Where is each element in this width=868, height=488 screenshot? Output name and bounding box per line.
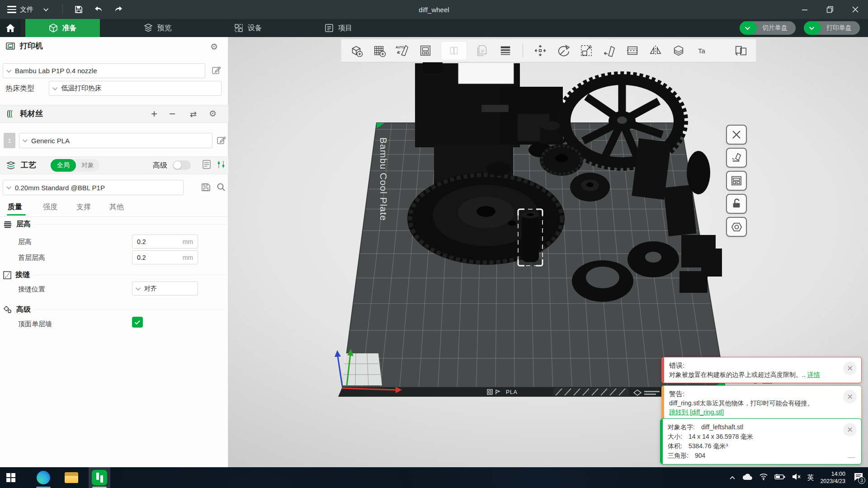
compare-presets-icon[interactable] <box>216 160 226 171</box>
variable-layer-height-button[interactable] <box>498 43 513 58</box>
tab-others[interactable]: 其他 <box>109 202 124 212</box>
print-options-dropdown[interactable] <box>804 21 821 35</box>
lock-plate-button[interactable] <box>726 194 747 214</box>
printer-settings-gear-icon[interactable]: ⚙ <box>210 42 218 52</box>
taskbar-edge[interactable] <box>33 467 54 488</box>
wifi-icon[interactable] <box>759 473 768 482</box>
process-layers-icon <box>5 160 16 170</box>
scope-toggle[interactable]: 全局 对象 <box>51 159 99 172</box>
slice-plate-button[interactable]: 切片单盘 <box>740 21 796 35</box>
seam-icon <box>3 271 12 280</box>
action-center-button[interactable]: 3 <box>854 472 863 483</box>
minimize-button[interactable] <box>792 0 817 19</box>
svg-text:P: P <box>481 49 484 54</box>
tab-support[interactable]: 支撑 <box>76 202 91 212</box>
move-tool-button[interactable] <box>533 43 548 58</box>
tab-prepare[interactable]: 准备 <box>25 19 100 37</box>
filament-settings-gear-icon[interactable]: ⚙ <box>209 108 217 119</box>
slice-options-dropdown[interactable] <box>740 21 757 35</box>
first-layer-height-input[interactable]: 0.2 mm <box>132 250 198 264</box>
close-icon[interactable]: ✕ <box>843 390 857 404</box>
add-object-button[interactable] <box>349 43 364 58</box>
top-one-wall-checkbox[interactable] <box>132 317 143 328</box>
start-button[interactable] <box>0 467 22 488</box>
object-triangles: 904 <box>695 452 705 459</box>
edit-icon <box>212 66 221 75</box>
delete-plate-button[interactable] <box>726 125 747 145</box>
filament-color-swatch[interactable]: 1 <box>4 133 15 148</box>
plate-settings-button[interactable] <box>726 217 747 237</box>
search-icon[interactable] <box>216 182 226 193</box>
text-tool-button[interactable]: Ta <box>694 43 709 58</box>
tab-project[interactable]: 项目 <box>301 19 376 37</box>
parameter-table-icon[interactable] <box>202 160 212 171</box>
minimize-notification-icon[interactable]: — <box>848 453 855 461</box>
bed-type-select[interactable]: 低温打印热床 <box>49 81 222 96</box>
error-details-link[interactable]: 详情 <box>807 371 820 378</box>
tab-device[interactable]: 设备 <box>211 19 285 37</box>
paste-button[interactable]: P <box>475 43 490 58</box>
volume-muted-icon[interactable] <box>792 473 801 482</box>
onedrive-cloud-icon[interactable] <box>742 473 753 482</box>
tab-preview[interactable]: 预览 <box>120 19 195 37</box>
print-plate-button[interactable]: 打印单盘 <box>804 21 860 35</box>
tray-expand-chevron[interactable] <box>729 474 736 482</box>
window-title: diff_wheel <box>0 6 868 14</box>
object-size: 14 x 14 x 36.5978 毫米 <box>689 433 753 440</box>
advanced-mode-label: 高级 <box>153 161 167 170</box>
add-plate-button[interactable] <box>372 43 387 58</box>
process-preset-select[interactable]: 0.20mm Standard @BBL P1P <box>3 180 184 195</box>
model-white-part[interactable] <box>458 63 514 84</box>
arrange-plate-button[interactable] <box>726 171 747 191</box>
warning-jump-link[interactable]: 跳转到 [diff_ring.stl] <box>669 408 724 416</box>
seam-position-select[interactable]: 对齐 <box>132 282 198 296</box>
bed-type-label: 热床类型 <box>5 84 34 94</box>
file-menu[interactable]: 文件 <box>7 4 33 15</box>
scope-objects[interactable]: 对象 <box>76 161 99 169</box>
tab-quality[interactable]: 质量 <box>8 202 22 212</box>
close-icon[interactable]: ✕ <box>843 423 857 436</box>
split-tools-group[interactable] <box>441 41 467 60</box>
taskbar-clock[interactable]: 14:00 2023/4/23 <box>820 470 845 485</box>
file-menu-expand[interactable] <box>40 3 53 16</box>
taskbar-bambu-studio[interactable] <box>89 467 110 488</box>
close-button[interactable] <box>843 0 868 19</box>
chevron-down-icon <box>52 85 57 90</box>
add-filament-button[interactable]: + <box>151 108 157 120</box>
object-volume: 5384.76 毫米³ <box>689 442 728 450</box>
undo-button[interactable] <box>92 3 105 16</box>
layer-height-input[interactable]: 0.2 mm <box>132 235 198 249</box>
ime-indicator[interactable]: 英 <box>807 474 814 482</box>
cut-tool-button[interactable] <box>625 43 640 58</box>
tab-strength[interactable]: 强度 <box>43 202 57 212</box>
home-button[interactable] <box>0 19 21 37</box>
maximize-button[interactable] <box>817 0 843 19</box>
viewport-3d[interactable]: AUTO P <box>228 37 868 467</box>
arrange-button[interactable] <box>418 43 433 58</box>
rotate-tool-button[interactable] <box>556 43 571 58</box>
transfer-objects-button[interactable] <box>733 43 749 58</box>
scale-tool-button[interactable] <box>579 43 594 58</box>
save-button[interactable] <box>72 3 85 16</box>
printer-select[interactable]: Bambu Lab P1P 0.4 nozzle <box>3 63 205 78</box>
mirror-tool-button[interactable] <box>648 43 663 58</box>
filament-edit-button[interactable] <box>217 136 226 146</box>
model-bevel-gear[interactable] <box>407 173 565 265</box>
group-advanced: 高级 <box>3 305 225 314</box>
close-icon[interactable]: ✕ <box>843 361 857 375</box>
error-message: 对象被放置在构建板的边界上或超过高度限制。.. <box>669 371 806 378</box>
filament-select[interactable]: Generic PLA <box>19 133 212 148</box>
save-preset-button[interactable] <box>201 182 211 194</box>
advanced-mode-switch[interactable] <box>173 160 191 170</box>
flatten-tool-button[interactable] <box>602 43 617 58</box>
adaptive-layer-button[interactable] <box>671 43 686 58</box>
flush-volumes-icon[interactable]: ⇄ <box>190 109 197 119</box>
battery-icon[interactable] <box>774 474 785 482</box>
remove-filament-button[interactable]: − <box>169 108 175 120</box>
orient-plate-button[interactable] <box>726 148 747 168</box>
taskbar-explorer[interactable] <box>61 467 82 488</box>
scope-global[interactable]: 全局 <box>51 159 76 172</box>
redo-button[interactable] <box>112 3 125 16</box>
auto-orient-button[interactable]: AUTO <box>395 43 410 58</box>
printer-edit-button[interactable] <box>212 66 221 76</box>
